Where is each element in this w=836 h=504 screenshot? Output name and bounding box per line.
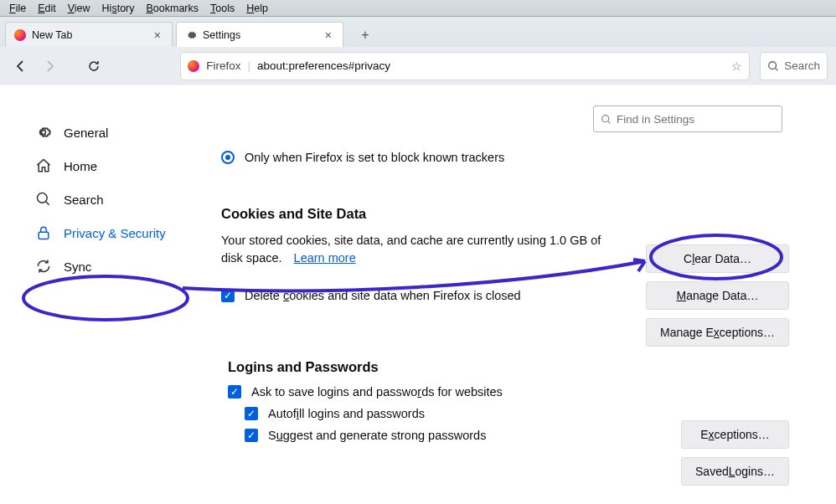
cookies-description: Your stored cookies, site data, and cach… xyxy=(221,232,615,267)
settings-sidebar: General Home Search Privacy & Security S… xyxy=(0,85,198,504)
manage-data-button[interactable]: Manage Data… xyxy=(646,281,789,310)
heading-logins: Logins and Passwords xyxy=(228,359,782,375)
sidebar-item-search[interactable]: Search xyxy=(34,183,184,216)
sidebar-item-sync[interactable]: Sync xyxy=(34,249,184,283)
sidebar-item-general[interactable]: General xyxy=(34,116,184,149)
url-bar[interactable]: Firefox | about:preferences#privacy ☆ xyxy=(180,52,750,80)
svg-point-3 xyxy=(602,115,609,121)
checkbox-ask-save-logins[interactable]: ✓ Ask to save logins and passwords for w… xyxy=(228,385,782,399)
menu-file[interactable]: File xyxy=(3,1,32,16)
reload-button[interactable] xyxy=(81,54,106,79)
settings-content: General Home Search Privacy & Security S… xyxy=(0,85,836,504)
radio-label: Only when Firefox is set to block known … xyxy=(245,151,504,164)
checkbox-icon: ✓ xyxy=(245,429,258,442)
firefox-favicon-icon xyxy=(14,29,26,41)
svg-rect-2 xyxy=(39,232,49,239)
manage-exceptions-button[interactable]: Manage Exceptions… xyxy=(646,318,789,347)
sync-icon xyxy=(35,258,52,275)
back-button[interactable] xyxy=(8,54,34,79)
svg-point-0 xyxy=(769,61,777,69)
toolbar: Firefox | about:preferences#privacy ☆ Se… xyxy=(0,47,836,85)
checkbox-autofill[interactable]: ✓ Autofill logins and passwords xyxy=(245,407,782,420)
firefox-favicon-icon xyxy=(188,60,199,72)
urlbar-brand: Firefox xyxy=(206,59,240,72)
tab-strip: New Tab × Settings × + xyxy=(0,17,836,47)
checkbox-icon: ✓ xyxy=(221,289,235,302)
close-icon[interactable]: × xyxy=(323,28,334,42)
searchbar-placeholder: Search xyxy=(784,59,820,72)
menu-tools[interactable]: Tools xyxy=(204,1,240,16)
menu-bar: File Edit View History Bookmarks Tools H… xyxy=(0,0,836,17)
menu-view[interactable]: View xyxy=(62,1,96,16)
learn-more-link[interactable]: Learn more xyxy=(294,251,356,265)
sidebar-item-label: Search xyxy=(64,193,104,207)
close-icon[interactable]: × xyxy=(152,28,163,42)
tab-new-tab[interactable]: New Tab × xyxy=(5,22,173,47)
gear-icon xyxy=(185,29,197,41)
find-placeholder: Find in Settings xyxy=(617,113,694,126)
new-tab-button[interactable]: + xyxy=(353,23,377,47)
bookmark-star-icon[interactable]: ☆ xyxy=(731,59,742,73)
saved-logins-button[interactable]: Saved Logins… xyxy=(681,457,789,486)
settings-main: Find in Settings Only when Firefox is se… xyxy=(198,85,836,504)
tab-label: New Tab xyxy=(32,29,72,41)
urlbar-url: about:preferences#privacy xyxy=(257,59,390,72)
svg-point-1 xyxy=(38,193,48,203)
sidebar-item-privacy[interactable]: Privacy & Security xyxy=(34,216,184,249)
sidebar-item-home[interactable]: Home xyxy=(34,149,184,183)
find-in-settings-input[interactable]: Find in Settings xyxy=(593,105,782,132)
forward-button[interactable] xyxy=(37,54,62,79)
search-icon xyxy=(601,114,612,125)
sidebar-item-label: Home xyxy=(64,159,97,173)
home-icon xyxy=(35,157,52,174)
heading-cookies: Cookies and Site Data xyxy=(221,206,782,222)
lock-icon xyxy=(35,224,52,241)
radio-icon xyxy=(221,151,235,164)
sidebar-item-label: Sync xyxy=(64,260,91,274)
sidebar-item-label: Privacy & Security xyxy=(64,226,166,240)
checkbox-icon: ✓ xyxy=(245,407,258,420)
menu-bookmarks[interactable]: Bookmarks xyxy=(141,1,205,16)
menu-edit[interactable]: Edit xyxy=(32,1,62,16)
search-icon xyxy=(35,191,52,208)
radio-block-trackers[interactable]: Only when Firefox is set to block known … xyxy=(221,151,782,164)
search-icon xyxy=(767,60,779,72)
logins-exceptions-button[interactable]: Exceptions… xyxy=(681,420,789,449)
gear-icon xyxy=(35,124,52,141)
tab-settings[interactable]: Settings × xyxy=(176,22,343,47)
sidebar-item-label: General xyxy=(64,126,108,140)
tab-label: Settings xyxy=(203,29,240,41)
menu-help[interactable]: Help xyxy=(240,1,274,16)
checkbox-icon: ✓ xyxy=(228,385,241,399)
menu-history[interactable]: History xyxy=(96,1,141,16)
clear-data-button[interactable]: Clear Data… xyxy=(646,244,789,273)
search-bar[interactable]: Search xyxy=(760,52,828,80)
